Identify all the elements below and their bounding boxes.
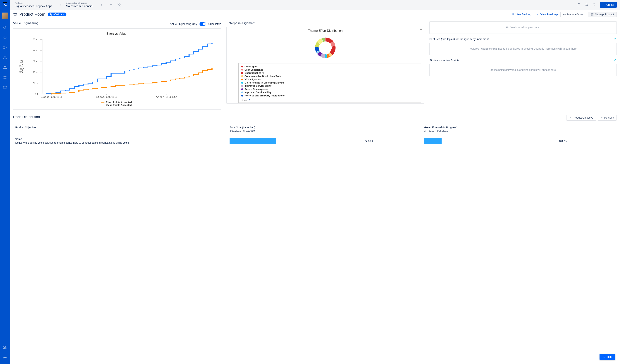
manage-product-button[interactable]: Manage Product	[588, 12, 617, 17]
theme-distribution-card: Theme Effort Distribution UnassignedUser…	[226, 27, 424, 104]
org-value: Mainstream Financial	[66, 4, 93, 8]
settings-icon[interactable]	[3, 355, 7, 360]
gears-icon[interactable]	[117, 2, 122, 8]
svg-point-6	[6, 47, 7, 48]
room-icon	[13, 12, 17, 17]
org-label: Organization Structure:	[66, 2, 93, 4]
svg-point-20	[118, 3, 119, 4]
svg-point-14	[5, 76, 6, 77]
svg-point-5	[3, 48, 4, 49]
page-title-bar: Product Room AgileCraftLabs View Backlog…	[10, 10, 620, 19]
features-title: Features (Jira Epics) for the Quarterly …	[429, 37, 490, 41]
clipboard-icon[interactable]	[576, 2, 581, 7]
chart-legend: Effort Points Accepted Value Points Acce…	[14, 101, 218, 106]
content-area: Value Engineering Value Engineering Only…	[10, 19, 620, 364]
legend-item[interactable]: V7.x migration	[241, 78, 418, 81]
toggle-label-right: Cumulative	[208, 22, 221, 25]
tree-icon[interactable]	[3, 55, 7, 60]
add-icon[interactable]	[109, 2, 113, 7]
svg-text:Sep 2018: Sep 2018	[40, 96, 62, 98]
svg-line-2	[5, 28, 6, 29]
svg-rect-30	[593, 14, 593, 14]
star-icon[interactable]	[3, 35, 7, 40]
table-header-row: Product Objective Back Opal (Launched) 3…	[13, 123, 617, 135]
svg-point-9	[6, 58, 6, 59]
dist-btn-persona-label: Persona	[604, 116, 614, 119]
left-sidebar	[0, 0, 10, 364]
objective-desc: Delivery top quality voice solution to e…	[15, 141, 225, 145]
breadcrumb-portfolio[interactable]: Portfolio: Digital Services, Legacy Apps	[13, 2, 54, 8]
objective-title: Voice	[15, 137, 225, 140]
svg-point-28	[564, 14, 565, 15]
manage-vision-button[interactable]: Manage Vision	[560, 12, 587, 17]
col2-name: Green Emerald (In Progress)	[424, 126, 615, 129]
user-avatar[interactable]	[2, 13, 8, 19]
enterprise-alignment-section: Enterprise Alignment Theme Effort Distri…	[226, 21, 424, 109]
cumulative-toggle[interactable]	[200, 22, 206, 26]
ent-align-title: Enterprise Alignment	[226, 21, 424, 25]
product-badge[interactable]: AgileCraftLabs	[48, 13, 67, 16]
manage-vision-label: Manage Vision	[567, 13, 584, 16]
objective-cell: Voice Delivery top quality voice solutio…	[13, 135, 227, 147]
help-button[interactable]: Help	[600, 354, 615, 360]
legend-item[interactable]: Improved Serviceability	[241, 84, 418, 88]
product-logo[interactable]	[2, 2, 8, 7]
effort-distribution-section: Effort Distribution Product Objective Pe…	[13, 115, 617, 147]
svg-rect-17	[4, 87, 6, 89]
svg-text:5k: 5k	[33, 38, 38, 41]
bar-label-1: 24.59%	[364, 140, 373, 143]
team-icon[interactable]	[3, 75, 7, 80]
features-card: Features (Jira Epics) for the Quarterly …	[429, 37, 617, 55]
svg-point-24	[593, 3, 595, 5]
svg-marker-3	[3, 36, 7, 39]
svg-point-10	[4, 66, 5, 67]
product-objective-button[interactable]: Product Objective	[566, 115, 596, 121]
svg-rect-0	[2, 2, 7, 7]
svg-rect-27	[14, 14, 16, 15]
legend-item[interactable]: Micro-lending in Emerging Markets	[241, 81, 418, 84]
bar-cell-1: 24.59%	[227, 135, 422, 147]
archive-icon[interactable]	[3, 85, 7, 90]
legend-item[interactable]: User Experience	[241, 68, 418, 72]
legend-item[interactable]: Operationalize AI	[241, 71, 418, 75]
view-roadmap-link[interactable]: View Roadmap	[534, 12, 560, 17]
col1-name: Back Opal (Launched)	[230, 126, 420, 129]
col2-dates: 3/7/2019 - 4/28/2019	[424, 129, 615, 132]
col1-dates: 3/31/2019 - 5/17/2019	[230, 129, 420, 132]
svg-point-8	[3, 58, 4, 59]
legend-effort: Effort Points Accepted	[106, 101, 132, 104]
gear-icon[interactable]	[614, 37, 617, 41]
col-1-header: Back Opal (Launched) 3/31/2019 - 5/17/20…	[227, 123, 422, 135]
svg-text:1k: 1k	[33, 82, 38, 85]
svg-rect-32	[593, 15, 593, 15]
bell-icon[interactable]	[584, 2, 589, 7]
svg-text:4k: 4k	[33, 49, 38, 52]
chart-menu-icon[interactable]	[420, 27, 423, 31]
dist-btn-objective-label: Product Objective	[573, 116, 593, 119]
effort-vs-value-chart: 01k2k3k4k5kSep 2018Dec 2018Mar 2019Story…	[14, 37, 218, 100]
fix-versions-placeholder: Fix Versions will appear here.	[429, 21, 617, 34]
legend-pager[interactable]: ▲1/3▼	[241, 98, 418, 101]
svg-point-19	[4, 357, 5, 358]
create-button[interactable]: Create	[600, 2, 617, 8]
product-icon[interactable]	[3, 65, 7, 70]
gear-icon[interactable]	[614, 58, 617, 62]
svg-text:0: 0	[35, 93, 38, 95]
legend-item[interactable]: Unassigned	[241, 65, 418, 68]
reports-icon[interactable]	[3, 346, 7, 350]
svg-rect-31	[591, 15, 592, 15]
search-icon[interactable]	[3, 25, 7, 30]
col-objective-header: Product Objective	[13, 123, 227, 135]
strategy-icon[interactable]	[3, 45, 7, 50]
breadcrumb-org[interactable]: Organization Structure: Mainstream Finan…	[64, 2, 94, 8]
search-header-icon[interactable]	[592, 2, 597, 7]
pager-up-icon: ▲	[241, 98, 243, 101]
legend-item[interactable]: Report Convergence	[241, 88, 418, 91]
bar-label-2: 8.89%	[559, 140, 567, 143]
view-backlog-label: View Backlog	[516, 13, 531, 16]
legend-item[interactable]: Non-V11 and 3rd Party Integrations	[241, 94, 418, 97]
view-backlog-link[interactable]: View Backlog	[509, 12, 534, 17]
persona-button[interactable]: Persona	[598, 115, 617, 121]
legend-item[interactable]: Commercialize Blockchain Tech	[241, 75, 418, 78]
legend-item[interactable]: Improved Serviceability	[241, 91, 418, 94]
